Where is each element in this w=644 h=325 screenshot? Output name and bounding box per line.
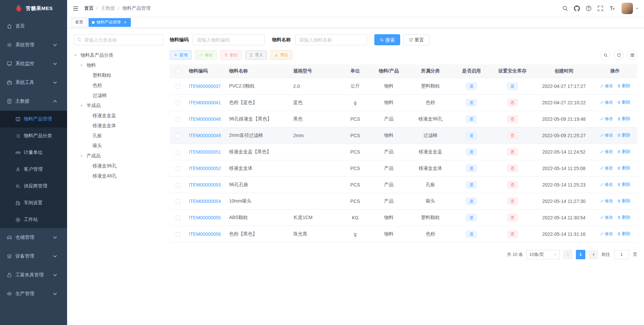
material-code-input[interactable] xyxy=(193,34,265,45)
hamburger-icon[interactable] xyxy=(72,5,79,12)
row-checkbox[interactable] xyxy=(176,166,180,171)
material-code-link[interactable]: ITEM00000055 xyxy=(189,215,221,220)
next-page-button[interactable] xyxy=(589,250,598,259)
row-checkbox[interactable] xyxy=(176,84,180,89)
page-size-select[interactable]: 10条/页 xyxy=(526,250,560,259)
safety-stock-badge[interactable]: 否 xyxy=(507,115,518,123)
tree-node[interactable]: 孔板 xyxy=(74,131,164,141)
enabled-badge[interactable]: 是 xyxy=(466,148,477,156)
search-button[interactable]: 搜索 xyxy=(374,34,400,45)
category-search-input[interactable] xyxy=(74,34,164,45)
sidebar-subitem[interactable]: 计量单位 xyxy=(0,144,67,161)
material-code-link[interactable]: ITEM00000037 xyxy=(189,84,221,89)
material-code-link[interactable]: ITEM00000051 xyxy=(189,149,221,155)
safety-stock-badge[interactable]: 是 xyxy=(507,83,518,90)
sidebar-item[interactable]: 生产管理 xyxy=(0,284,67,303)
tree-caret-icon[interactable] xyxy=(74,53,80,57)
edit-button[interactable]: 修改 xyxy=(195,50,217,60)
row-delete-link[interactable]: 删除 xyxy=(617,215,630,220)
tree-node[interactable]: 物料及产品分类 xyxy=(74,50,164,60)
row-edit-link[interactable]: 修改 xyxy=(600,198,613,204)
material-code-link[interactable]: ITEM00000049 xyxy=(189,133,221,138)
safety-stock-badge[interactable]: 否 xyxy=(507,181,518,188)
prev-page-button[interactable] xyxy=(563,250,573,259)
breadcrumb-item[interactable]: 主数据 xyxy=(101,5,115,11)
tree-node[interactable]: 吸头 xyxy=(74,141,164,151)
tree-node[interactable]: 半成品 xyxy=(74,101,164,111)
row-checkbox[interactable] xyxy=(176,199,180,204)
help-icon[interactable] xyxy=(586,5,592,11)
github-icon[interactable] xyxy=(574,5,580,11)
enabled-badge[interactable]: 是 xyxy=(466,99,477,106)
safety-stock-badge[interactable]: 否 xyxy=(507,132,518,139)
fullscreen-icon[interactable] xyxy=(597,5,603,11)
row-edit-link[interactable]: 修改 xyxy=(600,182,613,187)
material-code-link[interactable]: ITEM00000046 xyxy=(189,116,221,122)
sidebar-item[interactable]: 首页 xyxy=(0,17,67,36)
close-icon[interactable]: × xyxy=(123,20,127,25)
sidebar-item[interactable]: 设备管理 xyxy=(0,247,67,266)
breadcrumb-item[interactable]: 首页 xyxy=(84,5,94,11)
sidebar-item[interactable]: 系统监控 xyxy=(0,54,67,73)
enabled-badge[interactable]: 是 xyxy=(466,181,477,188)
row-checkbox[interactable] xyxy=(176,133,180,138)
row-checkbox[interactable] xyxy=(176,232,180,237)
tree-node[interactable]: 移液盒盒体 xyxy=(74,121,164,131)
safety-stock-badge[interactable]: 否 xyxy=(507,198,518,205)
row-edit-link[interactable]: 修改 xyxy=(600,83,613,89)
safety-stock-badge[interactable]: 否 xyxy=(507,230,518,238)
tree-node[interactable]: 移液盒48孔 xyxy=(74,171,164,181)
material-code-link[interactable]: ITEM00000053 xyxy=(189,182,221,187)
material-name-input[interactable] xyxy=(295,34,367,45)
enabled-badge[interactable]: 是 xyxy=(466,214,477,221)
avatar[interactable] xyxy=(622,3,633,14)
row-checkbox[interactable] xyxy=(176,117,180,122)
font-size-icon[interactable] xyxy=(609,5,615,11)
tree-node[interactable]: 色粉 xyxy=(74,80,164,91)
select-all-checkbox[interactable] xyxy=(176,69,180,74)
enabled-badge[interactable]: 是 xyxy=(466,198,477,205)
enabled-badge[interactable]: 是 xyxy=(466,230,477,238)
reset-button[interactable]: 重置 xyxy=(404,34,429,45)
sidebar-item[interactable]: 主数据 xyxy=(0,92,67,111)
tree-caret-icon[interactable] xyxy=(80,63,87,67)
safety-stock-badge[interactable]: 否 xyxy=(507,148,518,156)
row-delete-link[interactable]: 删除 xyxy=(617,182,630,187)
sidebar-item[interactable]: 系统工具 xyxy=(0,73,67,92)
sidebar-item[interactable]: 工装夹具管理 xyxy=(0,266,67,284)
enabled-badge[interactable]: 是 xyxy=(466,132,477,139)
safety-stock-badge[interactable]: 否 xyxy=(507,214,518,221)
row-edit-link[interactable]: 修改 xyxy=(600,231,613,237)
tree-node[interactable]: 移液盒盒盖 xyxy=(74,111,164,121)
add-button[interactable]: 新增 xyxy=(170,50,192,60)
sidebar-subitem[interactable]: 车间设置 xyxy=(0,195,67,211)
user-menu[interactable] xyxy=(622,3,639,14)
tree-node[interactable]: 移液盒96孔 xyxy=(74,161,164,171)
row-checkbox[interactable] xyxy=(176,101,180,105)
tree-node[interactable]: 物料 xyxy=(74,60,164,70)
row-delete-link[interactable]: 删除 xyxy=(617,100,630,105)
import-button[interactable]: 导入 xyxy=(245,50,267,60)
material-code-link[interactable]: ITEM00000056 xyxy=(189,231,221,237)
row-delete-link[interactable]: 删除 xyxy=(617,231,630,237)
row-edit-link[interactable]: 修改 xyxy=(600,132,613,138)
tree-caret-icon[interactable] xyxy=(80,154,87,158)
enabled-badge[interactable]: 是 xyxy=(466,83,477,90)
refresh-table-button[interactable] xyxy=(614,50,624,60)
row-delete-link[interactable]: 删除 xyxy=(617,116,630,122)
material-code-link[interactable]: ITEM00000052 xyxy=(189,166,221,171)
row-edit-link[interactable]: 修改 xyxy=(600,100,613,105)
safety-stock-badge[interactable]: 否 xyxy=(507,165,518,172)
row-edit-link[interactable]: 修改 xyxy=(600,215,613,220)
columns-toggle-button[interactable] xyxy=(627,50,637,60)
tree-caret-icon[interactable] xyxy=(80,104,87,108)
search-icon[interactable] xyxy=(562,5,568,11)
tree-node[interactable]: 产成品 xyxy=(74,151,164,161)
sidebar-subitem[interactable]: 工作站 xyxy=(0,211,67,228)
logo[interactable]: 苦糖果MES xyxy=(0,0,67,17)
safety-stock-badge[interactable]: 否 xyxy=(507,99,518,106)
row-delete-link[interactable]: 删除 xyxy=(617,132,630,138)
tree-node[interactable]: 塑料颗粒 xyxy=(74,70,164,80)
row-delete-link[interactable]: 删除 xyxy=(617,198,630,204)
view-tab[interactable]: 物料产品管理× xyxy=(89,18,131,27)
